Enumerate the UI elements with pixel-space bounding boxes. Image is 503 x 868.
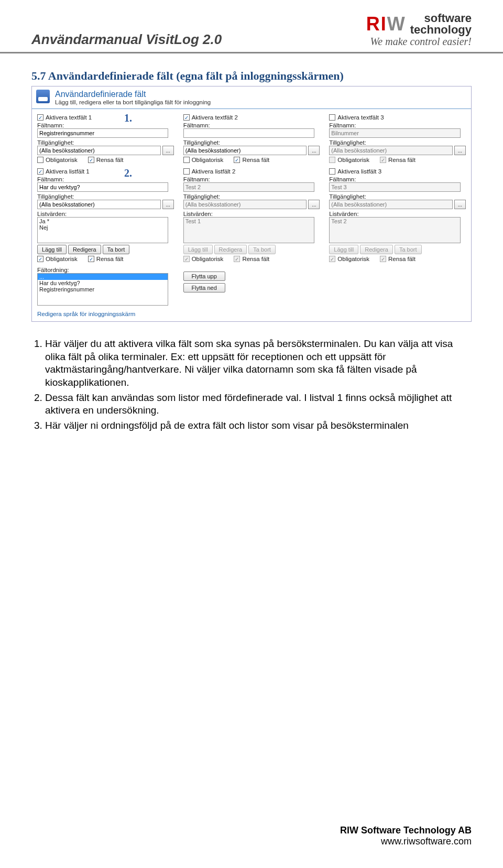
listfield-1-group: Aktivera listfält 1 Fältnamn: Tillgängli… bbox=[37, 168, 174, 262]
edit-button: Redigera bbox=[360, 245, 393, 254]
clear-text3-checkbox bbox=[380, 157, 386, 163]
mandatory-text3-checkbox bbox=[329, 157, 335, 163]
add-button: Lägg till bbox=[329, 245, 358, 254]
activate-text1-label: Aktivera textfält 1 bbox=[46, 114, 92, 121]
logo-riw-icon: RIW bbox=[366, 13, 406, 35]
clear-list3-checkbox bbox=[380, 256, 386, 262]
mandatory-text1-checkbox[interactable] bbox=[37, 157, 43, 163]
mandatory-list1-checkbox[interactable] bbox=[37, 256, 43, 262]
explanatory-text: Här väljer du att aktivera vilka fält so… bbox=[0, 322, 503, 432]
panel-title: Användardefinierade fält bbox=[55, 90, 211, 99]
textfield-3-group: Aktivera textfält 3 Fältnamn: Tillgängli… bbox=[329, 114, 466, 163]
listfield-3-group: Aktivera listfält 3 Fältnamn: Tillgängli… bbox=[329, 168, 466, 262]
availability-browse-button[interactable]: ... bbox=[454, 200, 466, 209]
fieldname-text3-input bbox=[329, 128, 460, 138]
activate-text1-checkbox[interactable] bbox=[37, 114, 43, 121]
field-order-listbox[interactable]: ... Har du verktyg? Registreringsnummer bbox=[37, 273, 168, 306]
section-heading: 5.7 Användardefinierade fält (egna fält … bbox=[31, 69, 472, 83]
order-item[interactable]: Har du verktyg? bbox=[38, 280, 168, 286]
edit-button: Redigera bbox=[214, 245, 247, 254]
activate-text3-checkbox[interactable] bbox=[329, 114, 335, 121]
footer-url: www.riwsoftware.com bbox=[340, 836, 472, 847]
listfield-2-group: Aktivera listfält 2 Fältnamn: Tillgängli… bbox=[183, 168, 320, 262]
fieldname-label: Fältnamn: bbox=[37, 122, 174, 128]
activate-list3-checkbox[interactable] bbox=[329, 168, 335, 175]
availability-browse-button[interactable]: ... bbox=[162, 146, 174, 155]
field-order-group: Fältordning: ... Har du verktyg? Registr… bbox=[37, 265, 174, 306]
add-button[interactable]: Lägg till bbox=[37, 245, 67, 254]
logo-technology: technology bbox=[410, 24, 472, 36]
mandatory-list3-checkbox bbox=[329, 256, 335, 262]
availability-list2 bbox=[183, 200, 307, 209]
listvalues-list3: Test 2 bbox=[329, 217, 460, 243]
clear-text2-checkbox[interactable] bbox=[234, 157, 240, 163]
fieldname-list1-input[interactable] bbox=[37, 182, 168, 192]
move-down-button[interactable]: Flytta ned bbox=[183, 283, 225, 292]
fieldname-list2-input bbox=[183, 182, 314, 192]
mandatory-text2-checkbox[interactable] bbox=[183, 157, 190, 163]
listvalues-list2: Test 1 bbox=[183, 217, 314, 243]
availability-text3 bbox=[329, 146, 453, 155]
clear-list2-checkbox bbox=[234, 256, 240, 262]
availability-browse-button[interactable]: ... bbox=[308, 146, 320, 155]
availability-label: Tillgänglighet: bbox=[37, 139, 174, 146]
list-item-2: Dessa fält kan användas som listor med f… bbox=[45, 392, 472, 417]
activate-text2-checkbox[interactable] bbox=[183, 114, 190, 121]
availability-list1[interactable] bbox=[37, 200, 161, 209]
fieldname-text2-input[interactable] bbox=[183, 128, 314, 138]
manual-title: Användarmanual VisitLog 2.0 bbox=[31, 31, 222, 48]
logo-software: software bbox=[410, 13, 472, 24]
order-item[interactable]: Registreringsnummer bbox=[38, 286, 168, 292]
fieldname-text1-input[interactable] bbox=[37, 128, 168, 138]
fieldname-list3-input bbox=[329, 182, 460, 192]
delete-button: Ta bort bbox=[248, 245, 276, 254]
activate-list2-checkbox[interactable] bbox=[183, 168, 190, 175]
availability-browse-button[interactable]: ... bbox=[162, 200, 174, 209]
clear-text1-checkbox[interactable] bbox=[88, 157, 94, 163]
order-item-selected[interactable]: ... bbox=[38, 274, 168, 280]
page-footer: RIW Software Technology AB www.riwsoftwa… bbox=[340, 825, 472, 847]
availability-list3 bbox=[329, 200, 453, 209]
edit-language-link[interactable]: Redigera språk för inloggningsskärm bbox=[32, 309, 471, 321]
delete-button[interactable]: Ta bort bbox=[103, 245, 130, 254]
logo: RIW software technology We make control … bbox=[366, 13, 472, 48]
logo-slogan: We make control easier! bbox=[366, 36, 472, 48]
list-item-3: Här väljer ni ordningsföljd på de extra … bbox=[45, 419, 472, 432]
availability-text2[interactable] bbox=[183, 146, 307, 155]
availability-browse-button[interactable]: ... bbox=[308, 200, 320, 209]
mandatory-list2-checkbox bbox=[183, 256, 190, 262]
availability-text1[interactable] bbox=[37, 146, 161, 155]
textfield-1-group: Aktivera textfält 1 Fältnamn: Tillgängli… bbox=[37, 114, 174, 163]
textfield-2-group: Aktivera textfält 2 Fältnamn: Tillgängli… bbox=[183, 114, 320, 163]
move-up-button[interactable]: Flytta upp bbox=[183, 272, 225, 281]
clear-list1-checkbox[interactable] bbox=[88, 256, 94, 262]
panel-icon bbox=[36, 90, 50, 103]
panel-subtitle: Lägg till, redigera eller ta bort tillgä… bbox=[55, 99, 211, 105]
listvalues-list1[interactable]: Ja * Nej bbox=[37, 217, 168, 243]
add-button: Lägg till bbox=[183, 245, 213, 254]
list-item-1: Här väljer du att aktivera vilka fält so… bbox=[45, 338, 472, 389]
custom-fields-panel: Användardefinierade fält Lägg till, redi… bbox=[31, 86, 472, 322]
delete-button: Ta bort bbox=[395, 245, 422, 254]
edit-button[interactable]: Redigera bbox=[68, 245, 101, 254]
footer-company: RIW Software Technology AB bbox=[340, 825, 472, 836]
availability-browse-button[interactable]: ... bbox=[454, 146, 466, 155]
page-header: Användarmanual VisitLog 2.0 RIW software… bbox=[0, 0, 503, 53]
activate-list1-checkbox[interactable] bbox=[37, 168, 43, 175]
